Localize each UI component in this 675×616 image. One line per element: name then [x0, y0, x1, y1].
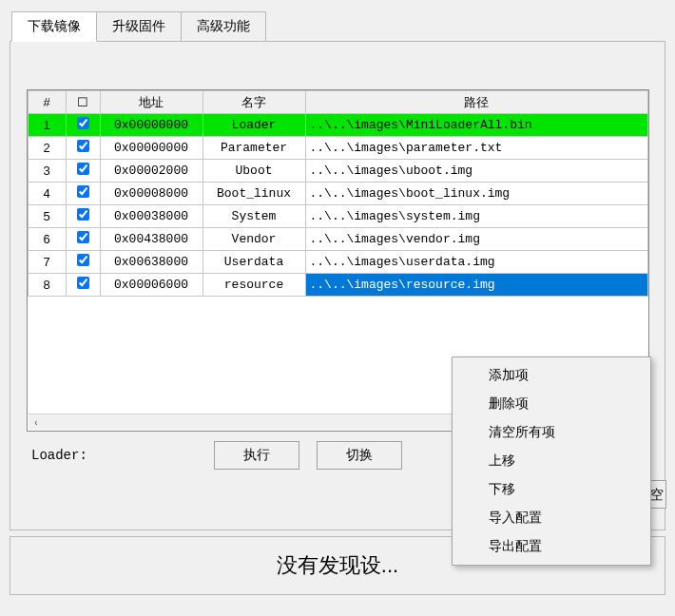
- grid: # ☐ 地址 名字 路径 10x00000000Loader..\..\imag…: [28, 90, 648, 297]
- cell-name[interactable]: Boot_linux: [202, 183, 305, 205]
- cell-check: [66, 251, 100, 274]
- ctx-clear-all[interactable]: 清空所有项: [454, 418, 648, 447]
- titlebar-text: …: [6, 0, 18, 6]
- row-checkbox[interactable]: [77, 117, 89, 129]
- cell-path[interactable]: ..\..\images\resource.img: [305, 274, 647, 297]
- cell-address[interactable]: 0x00438000: [100, 228, 202, 251]
- cell-index: 3: [28, 160, 66, 183]
- row-checkbox[interactable]: [77, 208, 89, 221]
- col-header-name[interactable]: 名字: [202, 91, 305, 114]
- tab-advanced[interactable]: 高级功能: [181, 11, 266, 42]
- cell-path[interactable]: ..\..\images\uboot.img: [305, 160, 647, 183]
- cell-index: 6: [28, 228, 66, 251]
- cell-index: 1: [28, 114, 66, 137]
- row-checkbox[interactable]: [77, 254, 89, 266]
- col-header-address[interactable]: 地址: [100, 91, 202, 114]
- table-row[interactable]: 60x00438000Vendor..\..\images\vendor.img: [28, 228, 647, 251]
- ctx-move-up[interactable]: 上移: [454, 447, 648, 475]
- col-header-index[interactable]: #: [28, 91, 66, 114]
- row-checkbox[interactable]: [77, 163, 89, 175]
- switch-button[interactable]: 切换: [317, 441, 402, 470]
- cell-check: [66, 205, 100, 228]
- cell-address[interactable]: 0x00038000: [100, 205, 202, 228]
- cell-address[interactable]: 0x00000000: [100, 114, 202, 137]
- loader-label: Loader:: [26, 448, 197, 463]
- cell-path[interactable]: ..\..\images\MiniLoaderAll.bin: [305, 114, 647, 137]
- table-row[interactable]: 30x00002000Uboot..\..\images\uboot.img: [28, 160, 647, 183]
- ctx-export-cfg[interactable]: 导出配置: [454, 532, 648, 561]
- col-header-path[interactable]: 路径: [305, 91, 647, 114]
- table-row[interactable]: 20x00000000Parameter..\..\images\paramet…: [28, 137, 647, 160]
- cell-check: [66, 274, 100, 297]
- cell-address[interactable]: 0x00008000: [100, 183, 202, 205]
- status-text: 没有发现设...: [277, 551, 398, 580]
- tab-upgrade-firmware[interactable]: 升级固件: [96, 11, 182, 42]
- scroll-left-icon[interactable]: ‹: [29, 414, 45, 431]
- cell-address[interactable]: 0x00638000: [100, 251, 202, 274]
- cell-index: 5: [28, 205, 66, 228]
- cell-address[interactable]: 0x00002000: [100, 160, 202, 183]
- app-window: … 下载镜像 升级固件 高级功能 # ☐ 地址 名字 路径 10x0000000…: [0, 0, 675, 616]
- context-menu: 添加项 删除项 清空所有项 上移 下移 导入配置 导出配置: [452, 356, 651, 566]
- table-row[interactable]: 80x00006000resource..\..\images\resource…: [28, 274, 647, 297]
- ctx-import-cfg[interactable]: 导入配置: [454, 504, 648, 532]
- ctx-move-down[interactable]: 下移: [454, 475, 648, 504]
- table-row[interactable]: 10x00000000Loader..\..\images\MiniLoader…: [28, 114, 647, 137]
- titlebar: …: [0, 0, 675, 6]
- cell-index: 7: [28, 251, 66, 274]
- table-row[interactable]: 50x00038000System..\..\images\system.img: [28, 205, 647, 228]
- cell-name[interactable]: Uboot: [202, 160, 305, 183]
- tab-download-image[interactable]: 下载镜像: [11, 11, 97, 42]
- cell-name[interactable]: Parameter: [202, 137, 305, 160]
- cell-index: 2: [28, 137, 66, 160]
- cell-name[interactable]: Vendor: [202, 228, 305, 251]
- table-row[interactable]: 40x00008000Boot_linux..\..\images\boot_l…: [28, 183, 647, 205]
- cell-name[interactable]: resource: [202, 274, 305, 297]
- table-row[interactable]: 70x00638000Userdata..\..\images\userdata…: [28, 251, 647, 274]
- cell-path[interactable]: ..\..\images\userdata.img: [305, 251, 647, 274]
- ctx-delete-item[interactable]: 删除项: [454, 390, 648, 418]
- col-header-check[interactable]: ☐: [66, 91, 100, 114]
- cell-check: [66, 160, 100, 183]
- cell-check: [66, 137, 100, 160]
- tab-strip: 下载镜像 升级固件 高级功能: [11, 11, 675, 42]
- cell-index: 4: [28, 183, 66, 205]
- ctx-add-item[interactable]: 添加项: [454, 361, 648, 390]
- cell-name[interactable]: Userdata: [202, 251, 305, 274]
- cell-path[interactable]: ..\..\images\system.img: [305, 205, 647, 228]
- row-checkbox[interactable]: [77, 140, 89, 152]
- execute-button[interactable]: 执行: [214, 441, 299, 470]
- cell-check: [66, 228, 100, 251]
- row-checkbox[interactable]: [77, 277, 89, 289]
- cell-path[interactable]: ..\..\images\parameter.txt: [305, 137, 647, 160]
- row-checkbox[interactable]: [77, 185, 89, 198]
- cell-address[interactable]: 0x00006000: [100, 274, 202, 297]
- cell-path[interactable]: ..\..\images\vendor.img: [305, 228, 647, 251]
- cell-path[interactable]: ..\..\images\boot_linux.img: [305, 183, 647, 205]
- cell-address[interactable]: 0x00000000: [100, 137, 202, 160]
- cell-check: [66, 183, 100, 205]
- cell-index: 8: [28, 274, 66, 297]
- cell-name[interactable]: Loader: [202, 114, 305, 137]
- cell-check: [66, 114, 100, 137]
- cell-name[interactable]: System: [202, 205, 305, 228]
- row-checkbox[interactable]: [77, 231, 89, 243]
